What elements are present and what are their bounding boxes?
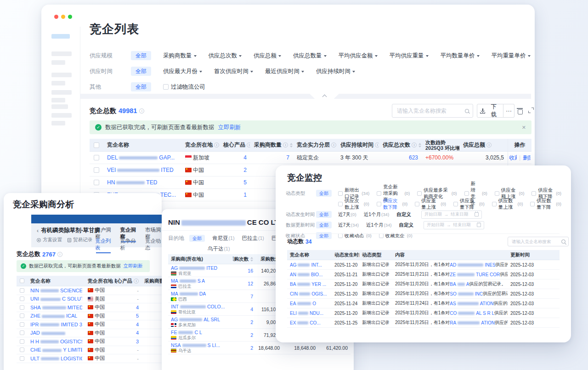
filter-dropdown[interactable]: 平均供应金额 xyxy=(339,52,378,60)
company-name-link[interactable]: BAYER ... xyxy=(290,282,326,287)
trash-icon[interactable] xyxy=(517,108,522,114)
content-company-link[interactable]: COAL S R L xyxy=(450,311,494,316)
purchaser-name-link[interactable]: FEC L xyxy=(171,330,202,335)
content-company-link[interactable]: ASATION xyxy=(450,301,493,306)
core-products-count[interactable]: 5 xyxy=(243,179,247,186)
info-icon[interactable] xyxy=(57,252,62,257)
subtab-竞企列表[interactable]: 竞企列表 xyxy=(95,238,112,253)
info-icon[interactable] xyxy=(134,279,139,284)
company-name-link[interactable]: ANBIO... xyxy=(290,272,322,277)
company-name-link[interactable]: AGINT... xyxy=(290,262,322,268)
refresh-now-link[interactable]: 立即刷新 xyxy=(124,263,143,269)
company-name-link[interactable]: IPRIMITED 35... xyxy=(30,322,82,327)
close-banner-icon[interactable] xyxy=(522,124,526,131)
purchase-times[interactable]: 2 xyxy=(250,345,253,351)
core-products-count[interactable]: 3 xyxy=(136,339,139,344)
sort-icon[interactable] xyxy=(418,143,421,148)
company-name-link[interactable]: DELGAP... xyxy=(107,154,175,161)
company-name-link[interactable]: UNIC SOLUTI... xyxy=(30,296,82,302)
purchase-times[interactable]: 16 xyxy=(248,268,253,273)
filter-dropdown[interactable]: 平均数量单价 xyxy=(441,52,480,60)
row-checkbox[interactable] xyxy=(20,313,24,318)
row-checkbox[interactable] xyxy=(20,288,24,293)
filter-chip-all[interactable]: 全部 xyxy=(316,211,332,218)
time-option[interactable]: 近7天(34) xyxy=(338,222,359,228)
delete-link[interactable]: 删除 xyxy=(523,154,531,162)
row-checkbox[interactable] xyxy=(94,155,99,160)
purchaser-name-link[interactable]: AGAL SRL xyxy=(171,317,220,322)
destination-option[interactable]: 乌干达(1) xyxy=(208,245,230,252)
zoom-window-button[interactable] xyxy=(68,15,72,19)
company-name-link[interactable]: JAD xyxy=(30,330,67,336)
content-company-link[interactable]: BAA xyxy=(450,282,469,287)
core-products-count[interactable]: 4 xyxy=(136,330,139,336)
company-name-link[interactable]: ELINDU... xyxy=(290,311,323,316)
minimize-window-button[interactable] xyxy=(61,15,65,19)
purchaser-name-link[interactable]: MAS A xyxy=(171,278,205,284)
filter-chip-all[interactable]: 全部 xyxy=(131,67,151,76)
filter-dropdown[interactable]: 供应最大月份 xyxy=(163,68,202,75)
info-icon[interactable] xyxy=(283,142,288,148)
info-icon[interactable] xyxy=(375,142,379,148)
filter-checkbox-logistics[interactable]: 过滤物流公司 xyxy=(163,83,205,91)
filter-chip-all[interactable]: 全部 xyxy=(189,235,205,242)
core-products-count[interactable]: 5 xyxy=(136,313,139,319)
collapse-filters-button[interactable] xyxy=(310,94,339,99)
row-checkbox[interactable] xyxy=(20,330,24,335)
purchaser-name-link[interactable]: NSAS LI... xyxy=(171,342,220,348)
refresh-now-link[interactable]: 立即刷新 xyxy=(218,124,241,131)
search-input[interactable] xyxy=(396,107,465,114)
sort-icon[interactable] xyxy=(290,143,293,148)
core-products-count[interactable]: 1 xyxy=(243,192,247,198)
purchaser-name-link[interactable]: AGITED xyxy=(171,265,217,271)
content-company-link[interactable]: ADINES xyxy=(450,262,495,268)
purchaser-name-link[interactable]: INTCOLO... xyxy=(171,304,225,309)
subtab-竞企动态[interactable]: 竞企动态 xyxy=(145,238,162,253)
sidebar-item-active[interactable] xyxy=(51,34,70,39)
core-products-count[interactable]: 4 xyxy=(136,322,139,327)
content-company-link[interactable]: ZETURE COR xyxy=(450,272,500,277)
info-icon[interactable] xyxy=(214,142,219,148)
destination-option[interactable]: 肯尼亚(1) xyxy=(212,235,234,242)
company-name-link[interactable]: SHAMITED xyxy=(30,305,82,310)
buyers-count[interactable]: 7 xyxy=(286,154,289,161)
company-name-link[interactable]: EXCO... xyxy=(290,320,321,325)
core-products-count[interactable]: 4 xyxy=(243,154,247,161)
filter-chip-all[interactable]: 全部 xyxy=(131,82,151,91)
filter-dropdown[interactable]: 首次供应时间 xyxy=(214,68,253,75)
company-name-link[interactable]: H HOGISTICS C... xyxy=(30,339,82,344)
select-all-checkbox[interactable] xyxy=(94,142,99,148)
filter-dropdown[interactable]: 平均供应重量 xyxy=(390,52,429,60)
supply-times[interactable]: 623 xyxy=(409,154,418,161)
sort-icon[interactable] xyxy=(250,257,253,262)
purchase-times[interactable]: 4 xyxy=(250,307,253,312)
info-icon[interactable] xyxy=(247,142,250,148)
purchase-times[interactable]: 12 xyxy=(248,281,253,286)
purchase-times[interactable]: 2 xyxy=(250,332,253,338)
select-all-checkbox[interactable] xyxy=(20,279,24,283)
row-checkbox[interactable] xyxy=(20,339,24,344)
time-option[interactable]: 近7天(0) xyxy=(338,211,356,218)
time-option[interactable]: 近1个月(34) xyxy=(366,222,392,228)
date-range-input[interactable]: 开始日期→结束日期 xyxy=(424,221,484,229)
core-products-count[interactable]: 4 xyxy=(136,305,139,310)
scheme-settings-button[interactable]: 方案设置 xyxy=(37,237,62,243)
purchase-times[interactable]: 7 xyxy=(250,294,253,299)
download-more-button[interactable] xyxy=(503,104,514,118)
destination-option[interactable]: 巴拉圭(1) xyxy=(242,235,264,242)
content-company-link[interactable]: RAATION xyxy=(450,320,495,325)
filter-checkbox-供应数量上涨[interactable]: 供应数量上涨(0) xyxy=(492,198,523,211)
search-input[interactable] xyxy=(511,239,561,245)
close-window-button[interactable] xyxy=(54,15,58,19)
subtab-竞争分析[interactable]: 竞争分析 xyxy=(120,238,136,253)
content-company-link[interactable]: SOINC xyxy=(450,291,483,296)
filter-checkbox-供应重量上涨[interactable]: 供应重量上涨(0) xyxy=(415,198,446,211)
filter-dropdown[interactable]: 供应总数量 xyxy=(293,52,327,60)
filter-dropdown[interactable]: 供应持续时间 xyxy=(316,68,355,75)
row-checkbox[interactable] xyxy=(20,347,24,352)
row-checkbox[interactable] xyxy=(20,305,24,310)
row-checkbox[interactable] xyxy=(20,356,24,361)
filter-chip-all[interactable]: 全部 xyxy=(316,222,332,228)
filter-dropdown[interactable]: 供应总额 xyxy=(254,52,281,60)
company-name-link[interactable]: CINOGIS... xyxy=(290,291,327,296)
